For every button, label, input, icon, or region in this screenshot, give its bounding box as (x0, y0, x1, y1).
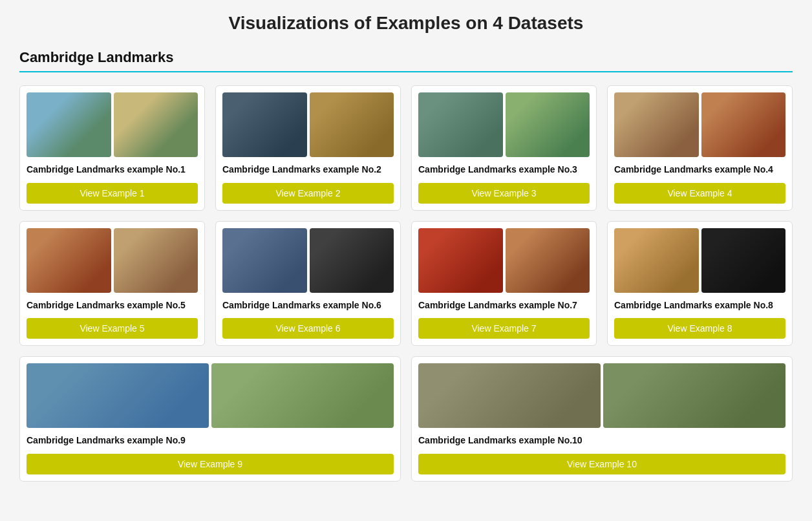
card-image-a-4 (614, 92, 699, 157)
view-example-button-4[interactable]: View Example 4 (614, 183, 785, 204)
view-example-button-6[interactable]: View Example 6 (222, 318, 394, 339)
view-example-button-10[interactable]: View Example 10 (418, 454, 785, 474)
card-image-a-8 (614, 228, 699, 293)
card-images-1 (27, 92, 198, 157)
card-example-7: Cambridge Landmarks example No.7View Exa… (411, 221, 597, 346)
card-image-b-9 (211, 363, 394, 428)
card-image-a-1 (27, 92, 111, 157)
view-example-button-3[interactable]: View Example 3 (418, 183, 590, 204)
card-images-8 (614, 228, 785, 293)
card-label-5: Cambridge Landmarks example No.5 (27, 299, 198, 312)
card-label-8: Cambridge Landmarks example No.8 (614, 299, 785, 312)
card-image-a-5 (27, 228, 111, 293)
card-label-6: Cambridge Landmarks example No.6 (222, 299, 394, 312)
view-example-button-9[interactable]: View Example 9 (27, 454, 394, 474)
card-example-10: Cambridge Landmarks example No.10View Ex… (411, 356, 793, 482)
card-label-1: Cambridge Landmarks example No.1 (27, 164, 198, 176)
view-example-button-5[interactable]: View Example 5 (27, 318, 198, 339)
card-example-9: Cambridge Landmarks example No.9View Exa… (19, 356, 401, 482)
section-divider (19, 71, 793, 72)
card-images-4 (614, 92, 785, 157)
card-example-6: Cambridge Landmarks example No.6View Exa… (215, 221, 401, 346)
card-images-10 (418, 363, 785, 428)
examples-row-1: Cambridge Landmarks example No.1View Exa… (19, 85, 793, 211)
card-image-b-10 (603, 363, 785, 428)
card-images-9 (27, 363, 394, 428)
card-image-a-2 (222, 92, 307, 157)
view-example-button-1[interactable]: View Example 1 (27, 183, 198, 204)
card-label-4: Cambridge Landmarks example No.4 (614, 164, 785, 176)
card-label-10: Cambridge Landmarks example No.10 (418, 434, 785, 447)
card-example-4: Cambridge Landmarks example No.4View Exa… (607, 85, 793, 211)
card-images-3 (418, 92, 590, 157)
card-image-b-2 (310, 92, 394, 157)
view-example-button-8[interactable]: View Example 8 (614, 318, 785, 339)
card-image-a-6 (222, 228, 307, 293)
card-image-b-7 (506, 228, 590, 293)
card-example-3: Cambridge Landmarks example No.3View Exa… (411, 85, 597, 211)
card-label-7: Cambridge Landmarks example No.7 (418, 299, 590, 312)
card-label-9: Cambridge Landmarks example No.9 (27, 434, 394, 447)
section-title: Cambridge Landmarks (19, 49, 793, 66)
card-images-2 (222, 92, 394, 157)
card-image-a-9 (27, 363, 209, 428)
card-example-5: Cambridge Landmarks example No.5View Exa… (19, 221, 205, 346)
card-example-1: Cambridge Landmarks example No.1View Exa… (19, 85, 205, 211)
card-image-b-8 (701, 228, 786, 293)
card-image-a-3 (418, 92, 503, 157)
card-image-b-5 (114, 228, 198, 293)
card-image-a-10 (418, 363, 601, 428)
card-example-2: Cambridge Landmarks example No.2View Exa… (215, 85, 401, 211)
card-label-2: Cambridge Landmarks example No.2 (222, 164, 394, 176)
card-images-5 (27, 228, 198, 293)
view-example-button-2[interactable]: View Example 2 (222, 183, 394, 204)
card-images-7 (418, 228, 590, 293)
card-image-b-6 (310, 228, 394, 293)
card-image-b-3 (506, 92, 590, 157)
examples-row-3: Cambridge Landmarks example No.9View Exa… (19, 356, 793, 482)
page-title: Visualizations of Examples on 4 Datasets (19, 13, 793, 34)
view-example-button-7[interactable]: View Example 7 (418, 318, 590, 339)
card-example-8: Cambridge Landmarks example No.8View Exa… (607, 221, 793, 346)
examples-row-2: Cambridge Landmarks example No.5View Exa… (19, 221, 793, 346)
card-image-a-7 (418, 228, 503, 293)
card-label-3: Cambridge Landmarks example No.3 (418, 164, 590, 176)
card-images-6 (222, 228, 394, 293)
card-image-b-1 (114, 92, 198, 157)
card-image-b-4 (701, 92, 786, 157)
